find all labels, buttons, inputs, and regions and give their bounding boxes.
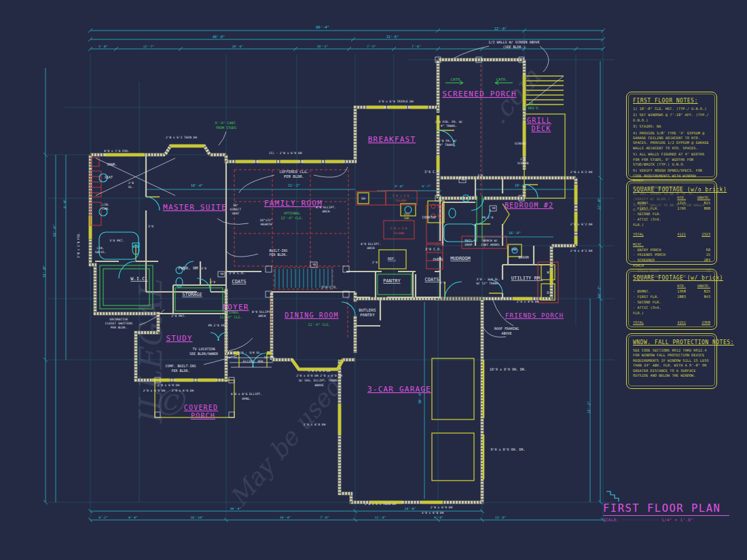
plan-label: COVERED — [184, 404, 219, 411]
plan-label: PER BLDR. — [269, 253, 287, 257]
sqft-cell: TOTAL — [633, 232, 666, 238]
plan-label: 20"x72" — [260, 219, 273, 222]
plan-label: ISLAND — [393, 231, 405, 235]
sqft-cell: - ATTIC (3rd. FLR.) — [633, 217, 666, 228]
plan-label: SNK — [511, 248, 517, 251]
plan-label: 24'-8" — [405, 507, 416, 510]
plan-label: 2'4 x 4'2 DH — [570, 249, 593, 253]
plan-label: ABOVE — [501, 331, 511, 335]
plan-label: 2'4 — [440, 281, 445, 284]
plan-label: 20'-6" — [232, 45, 243, 48]
plan-label: 3'0 x 6'0 DH — [422, 511, 444, 515]
sqft-cell: MISC. — [633, 242, 666, 248]
note-item: 3) STAIRS: NA — [633, 124, 710, 129]
sqft-cell: 2796 — [666, 206, 686, 212]
plan-label: TV LOCATION — [192, 347, 215, 351]
plan-label: 22'-0" — [494, 26, 507, 31]
sqft-cell — [666, 248, 686, 253]
plan-label: BEDROOM #2 — [505, 202, 553, 209]
sqft-cell: - BSMNT. — [633, 289, 666, 295]
sqft-cell: 2883 — [666, 295, 686, 300]
window-fall-protection-panel: WNDW. FALL PROTECTION NOTES: SEE CODE SE… — [626, 333, 717, 389]
plan-label: W — [547, 270, 549, 274]
plan-label: ISLAND — [395, 199, 407, 202]
plan-label: 2'0 x 6'0 DH 2'0 x 6'0 DH — [296, 374, 342, 377]
note-item: 2) SET WINDOWS @ 7'-10" AFF. (TYP./ U.N.… — [633, 113, 710, 123]
plan-label: SHWR. — [107, 162, 117, 166]
plan-label: 21'-2" — [288, 183, 300, 187]
plan-label: 2'4 PKT. — [171, 314, 186, 318]
sqft-no-brick-table: HTD.UNHTD.- BSMNT.1325815- FIRST FLR.279… — [633, 195, 710, 280]
plan-label: 9'-8" — [395, 185, 404, 188]
sqft-cell — [666, 217, 686, 228]
plan-label: COATS — [232, 279, 246, 284]
sqft-row: - FIRST FLR.2883843 — [633, 295, 710, 300]
plan-label: DECK — [532, 125, 551, 132]
plan-label: BROOM — [518, 255, 528, 259]
plan-label: W/ SEG. ELLIPT. TRANS. — [299, 379, 340, 382]
plan-label: 7'-6" — [412, 45, 421, 48]
sqft-row: - ENTRY PORCH60 — [633, 248, 710, 253]
plan-label: 3'0 C.O. — [321, 285, 338, 289]
sqft-cell — [666, 305, 686, 316]
plan-label: CATH. — [496, 77, 508, 81]
plan-label: 5'0 x 3'0 — [393, 194, 409, 198]
sqft-cell — [686, 212, 710, 217]
plan-label: BREAKFAST — [368, 135, 416, 144]
sqft-cell: 2323 — [686, 232, 710, 238]
sqft-cell: UNHTD. — [686, 195, 710, 201]
plan-label: GR — [529, 101, 534, 105]
plan-label: BUTLERS — [359, 307, 376, 312]
plan-label: PER BLDR. — [171, 369, 189, 373]
plan-label: 30'-4" — [230, 507, 241, 510]
plan-label: UTILITY RM. — [511, 276, 543, 281]
plan-label: 48'-8" — [213, 35, 225, 39]
cath-arrows — [445, 81, 513, 85]
plan-label: 11'-0" CLG. — [219, 315, 242, 319]
plan-label: 18'0 x 8'0 OH. DR. — [490, 367, 526, 371]
plan-label: 30'-4" — [418, 392, 422, 404]
sqft-cell — [666, 258, 686, 269]
plan-label: 9'-0" CANT. — [215, 121, 237, 125]
plan-label: 9" TRANS. — [439, 143, 456, 147]
plan-label: 8'0 ELLIPT. — [252, 310, 272, 314]
sqft-brick-title: SQUARE FOOTAGE (w/ brick) — [633, 275, 710, 281]
sqft-row: - SECOND FLR. — [633, 300, 710, 305]
sqft-cell — [666, 212, 686, 217]
plan-label: LIN. — [97, 246, 105, 250]
plan-label: 16'-4" — [52, 225, 56, 237]
plan-label: 2'0 x 6'0 DH — [143, 389, 166, 392]
sqft-row: - FRIENDS PORCH15 — [633, 253, 710, 258]
plan-label: 31'-6" — [386, 35, 399, 39]
sqft-cell: UNHTD. — [686, 284, 710, 289]
plan-label: PWDR. RM — [179, 265, 198, 270]
plan-label: COAT HOOKS — [481, 243, 499, 246]
plan-label: 2'8 FXD. FR. W/ — [435, 120, 463, 124]
plan-label: 9'-4" — [434, 516, 443, 519]
plan-label: BENCH W/ — [483, 239, 498, 242]
plan-label: DW — [361, 197, 365, 200]
window-fall-protection-body: SEE CODE SECTIONS R612 THRU R612.4 FOR W… — [633, 348, 710, 378]
plan-label: OPTIONAL — [284, 211, 300, 215]
plan-label: PR 2'0 FR. — [208, 324, 226, 327]
plan-label: COMP. BUILT-INS — [165, 364, 196, 368]
plan-label: COFFERED CLG. — [279, 170, 308, 174]
sqft-cell — [633, 284, 666, 289]
plan-label: SD — [462, 178, 465, 181]
plan-label: 2'8 x 6'2 DH — [570, 223, 593, 226]
plan-label: 16'-10" — [191, 516, 204, 519]
plan-label: SCREEN — [517, 162, 529, 165]
plan-label: MAIL — [465, 239, 473, 242]
plan-label: 3'0 x 6'0 TRIPLE DH — [378, 100, 414, 103]
plan-label: 16" SL. — [227, 356, 240, 359]
plan-label: PR 2'0 — [482, 216, 494, 219]
plan-label: 3'0 C.O. — [229, 271, 245, 275]
plan-label: SCREEN — [515, 142, 526, 145]
note-item: 5) ALL WALLS FIGURED AT 4" WIDTHS FOR FO… — [633, 152, 710, 167]
sqft-row: - ATTIC (3rd. FLR.) — [633, 217, 710, 228]
title-stair-glyph — [606, 491, 619, 502]
sqft-cell — [686, 217, 710, 228]
sqft-cell: - ATTIC (3rd. FLR.) — [633, 305, 666, 316]
sqft-cell: - SECOND FLR. — [633, 212, 666, 217]
plan-label: STUDY — [166, 334, 192, 343]
